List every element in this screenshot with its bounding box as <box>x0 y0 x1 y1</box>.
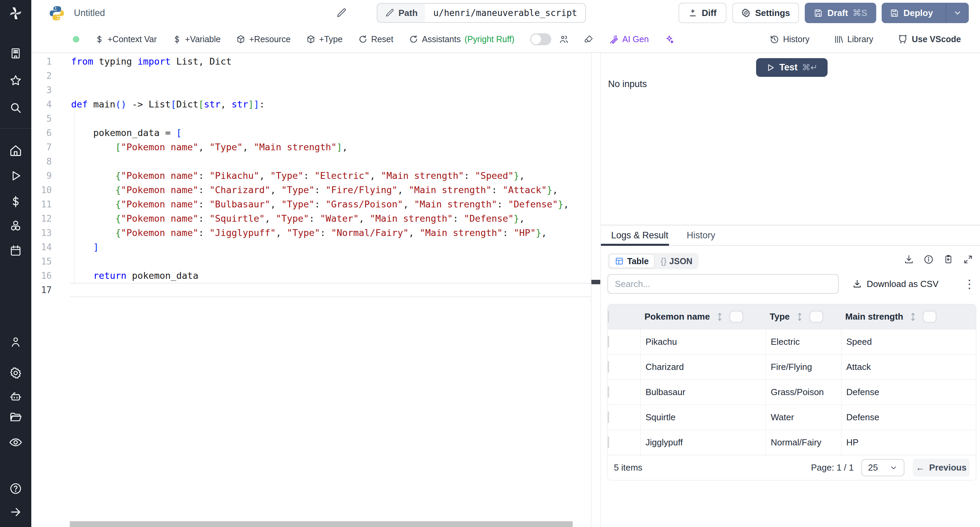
reset-button[interactable]: Reset <box>358 34 393 44</box>
runs-play-icon[interactable] <box>0 166 31 185</box>
table-row[interactable]: JigglypuffNormal/FairyHP <box>608 430 976 455</box>
search-icon[interactable] <box>0 98 31 117</box>
panel-divider[interactable] <box>591 53 601 527</box>
download-csv-button[interactable]: Download as CSV <box>853 279 939 289</box>
variables-dollar-icon[interactable] <box>0 192 31 211</box>
multiplayer-users-icon[interactable] <box>559 35 568 44</box>
tab-logs-result[interactable]: Logs & Result <box>611 225 668 245</box>
code-content[interactable]: from typing import List, Dictdef main() … <box>71 54 591 297</box>
use-vscode-button[interactable]: Use VScode <box>898 34 961 44</box>
ai-gen-button[interactable]: AI Gen <box>609 34 649 44</box>
sort-icon[interactable] <box>909 313 917 321</box>
add-resource-button[interactable]: +Resource <box>236 34 291 44</box>
history-button[interactable]: History <box>770 34 810 44</box>
table-footer: 5 items Page: 1 / 1 25 ← Previous <box>608 455 976 480</box>
refresh-icon <box>358 35 368 44</box>
schedules-calendar-icon[interactable] <box>0 241 31 260</box>
code-line[interactable]: {"Pokemon name": "Pikachu", "Type": "Ele… <box>71 169 591 183</box>
table-menu-kebab[interactable]: ⋮ <box>964 278 975 290</box>
table-cell: Charizard <box>640 355 765 379</box>
page-size-select[interactable]: 25 <box>861 459 904 476</box>
line-number: 12 <box>31 211 52 226</box>
add-context-var-button[interactable]: +Context Var <box>95 34 157 44</box>
line-number: 3 <box>31 83 52 97</box>
code-line[interactable]: ] <box>71 240 591 254</box>
code-line[interactable]: return pokemon_data <box>71 268 591 283</box>
settings-button[interactable]: Settings <box>732 3 799 23</box>
favorites-star-icon[interactable] <box>0 71 31 90</box>
workers-robot-icon[interactable] <box>0 387 31 406</box>
select-all-checkbox[interactable] <box>608 311 609 322</box>
view-table-option[interactable]: Table <box>609 254 654 268</box>
code-line[interactable]: def main() -> List[Dict[str, str]]: <box>71 97 591 111</box>
copy-result-icon[interactable] <box>943 254 953 265</box>
deploy-options-chevron[interactable] <box>946 3 969 23</box>
code-line[interactable]: {"Pokemon name": "Jigglypuff", "Type": "… <box>71 226 591 240</box>
horizontal-scrollbar[interactable] <box>70 521 573 527</box>
script-title[interactable]: Untitled <box>74 0 105 26</box>
table-row[interactable]: PikachuElectricSpeed <box>608 329 976 354</box>
assistants-button[interactable]: Assistants (Pyright Ruff) <box>409 34 514 44</box>
test-run-button[interactable]: Test ⌘↵ <box>756 58 827 77</box>
audit-eye-icon[interactable] <box>0 433 31 452</box>
home-icon[interactable] <box>0 141 31 160</box>
search-input[interactable] <box>608 274 839 294</box>
code-line[interactable] <box>71 254 591 268</box>
info-icon[interactable] <box>924 254 934 265</box>
code-line[interactable]: {"Pokemon name": "Charizard", "Type": "F… <box>71 183 591 197</box>
code-line[interactable]: from typing import List, Dict <box>71 54 591 69</box>
code-line[interactable]: {"Pokemon name": "Squirtle", "Type": "Wa… <box>71 211 591 226</box>
previous-page-button[interactable]: ← Previous <box>913 459 970 477</box>
table-row[interactable]: SquirtleWaterDefense <box>608 405 976 430</box>
row-checkbox[interactable] <box>608 361 609 373</box>
code-line[interactable]: pokemon_data = [ <box>71 126 591 140</box>
column-filter-toggle[interactable] <box>730 311 743 323</box>
code-line[interactable] <box>71 283 591 297</box>
draft-button[interactable]: Draft ⌘S <box>805 3 876 23</box>
tab-history[interactable]: History <box>687 225 715 245</box>
workspace-icon[interactable] <box>0 44 31 63</box>
row-checkbox[interactable] <box>608 336 609 348</box>
sparkles-icon[interactable] <box>665 35 674 44</box>
collab-toggle[interactable] <box>530 33 551 45</box>
diff-button[interactable]: Diff <box>679 3 727 23</box>
path-field[interactable]: Path u/henri/maneuverable_script <box>377 3 586 23</box>
row-checkbox[interactable] <box>608 437 609 448</box>
user-icon[interactable] <box>0 332 31 351</box>
library-button[interactable]: Library <box>834 34 873 44</box>
view-json-option[interactable]: {} JSON <box>656 254 697 268</box>
code-line[interactable] <box>71 83 591 97</box>
sort-icon[interactable] <box>796 313 803 321</box>
folders-icon[interactable] <box>0 408 31 427</box>
draft-shortcut: ⌘S <box>853 8 867 18</box>
code-line[interactable] <box>71 111 591 126</box>
resources-cubes-icon[interactable] <box>0 217 31 236</box>
code-editor[interactable]: 1234567891011121314151617 from typing im… <box>31 53 591 527</box>
code-line[interactable] <box>71 154 591 169</box>
code-line[interactable]: {"Pokemon name": "Bulbasaur", "Type": "G… <box>71 197 591 211</box>
code-line[interactable]: ["Pokemon name", "Type", "Main strength"… <box>71 140 591 154</box>
add-variable-button[interactable]: +Variable <box>172 34 221 44</box>
settings-gear-icon[interactable] <box>0 364 31 383</box>
help-icon[interactable] <box>0 479 31 498</box>
line-number: 4 <box>31 97 52 111</box>
add-type-button[interactable]: +Type <box>306 34 343 44</box>
path-value[interactable]: u/henri/maneuverable_script <box>425 4 585 22</box>
download-result-icon[interactable] <box>904 254 914 265</box>
expand-fullscreen-icon[interactable] <box>963 254 973 265</box>
edit-title-pencil-icon[interactable] <box>336 8 347 18</box>
column-filter-toggle[interactable] <box>810 311 823 323</box>
windmill-logo[interactable] <box>0 0 31 26</box>
format-brush-icon[interactable] <box>584 35 593 44</box>
panel-resize-handle[interactable] <box>592 280 600 284</box>
table-row[interactable]: BulbasaurGrass/PoisonDefense <box>608 379 976 405</box>
expand-sidebar-arrow-icon[interactable] <box>0 503 31 522</box>
code-line[interactable] <box>71 69 591 83</box>
package-icon <box>236 35 245 44</box>
row-checkbox[interactable] <box>608 386 609 398</box>
sort-icon[interactable] <box>716 313 724 321</box>
row-checkbox[interactable] <box>608 411 609 423</box>
column-filter-toggle[interactable] <box>923 311 937 323</box>
deploy-button[interactable]: Deploy <box>882 3 941 23</box>
table-row[interactable]: CharizardFire/FlyingAttack <box>608 354 976 379</box>
